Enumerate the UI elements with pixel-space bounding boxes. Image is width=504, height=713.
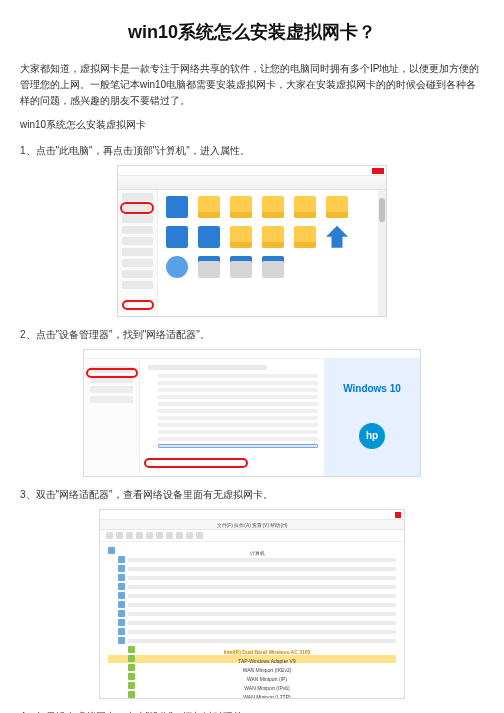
device-tree: 计算机 Intel(R) Dual Band Wireless-AC 3165 …: [100, 542, 404, 698]
toolbar-icons: [100, 530, 404, 542]
step-1-text: 1、点击"此电脑"，再点击顶部"计算机"，进入属性。: [20, 143, 484, 159]
window-titlebar: [118, 166, 386, 176]
drive-icon: [198, 256, 220, 278]
hp-logo: hp: [359, 423, 385, 449]
windows-logo-text: Windows 10: [343, 381, 401, 397]
drive-icon: [230, 256, 252, 278]
screenshot-1-file-explorer: [117, 165, 387, 317]
folder-icon: [326, 196, 348, 218]
adapter-tap-selected: TAP-Windows Adapter V9: [108, 655, 396, 663]
folder-icon: [230, 226, 252, 248]
app-icon: [198, 226, 220, 248]
explorer-ribbon: [118, 176, 386, 190]
red-highlight-device-manager: [86, 368, 138, 378]
page-title: win10系统怎么安装虚拟网卡？: [20, 18, 484, 47]
step-4-text: 4、如果没有虚拟网卡，点击"操作"，添加过时硬件。: [20, 709, 484, 713]
wan-miniport-item: WAN Miniport (L2TP): [108, 691, 396, 698]
intro-paragraph: 大家都知道，虚拟网卡是一款专注于网络共享的软件，让您的电脑同时拥有多个IP地址，…: [20, 61, 484, 109]
wan-miniport-item: WAN Miniport (IP): [108, 673, 396, 681]
folder-icon: [294, 196, 316, 218]
folder-icon: [198, 196, 220, 218]
app-icon: [166, 226, 188, 248]
step-3-text: 3、双击"网络适配器"，查看网络设备里面有无虚拟网卡。: [20, 487, 484, 503]
scrollbar: [378, 190, 386, 316]
step-2-text: 2、点击"设备管理器"，找到"网络适配器"。: [20, 327, 484, 343]
drive-icon: [262, 256, 284, 278]
folder-icon: [230, 196, 252, 218]
screenshot-2-device-manager: Windows 10 hp: [83, 349, 421, 477]
adapter-intel: Intel(R) Dual Band Wireless-AC 3165: [108, 646, 396, 654]
downloads-icon: [326, 226, 348, 248]
folder-icon: [294, 226, 316, 248]
window-titlebar: [84, 350, 420, 359]
brand-panel: Windows 10 hp: [324, 359, 420, 476]
red-highlight-sidebar-item: [122, 300, 154, 310]
sub-heading: win10系统怎么安装虚拟网卡: [20, 117, 484, 133]
wan-miniport-item: WAN Miniport (IPv6): [108, 682, 396, 690]
folder-icon: [166, 196, 188, 218]
explorer-content-pane: [158, 190, 386, 316]
folder-icon: [262, 226, 284, 248]
wan-miniport-item: WAN Miniport (IKEv2): [108, 664, 396, 672]
folder-icon: [262, 196, 284, 218]
network-icon: [166, 256, 188, 278]
menu-bar: 文件(F) 操作(A) 查看(V) 帮助(H): [100, 520, 404, 530]
red-highlight-this-pc: [120, 202, 154, 214]
screenshot-3-network-adapters-tree: 文件(F) 操作(A) 查看(V) 帮助(H) 计算机 Intel(R) Dua…: [99, 509, 405, 699]
window-titlebar: [100, 510, 404, 520]
red-highlight-network-adapter: [144, 458, 248, 468]
